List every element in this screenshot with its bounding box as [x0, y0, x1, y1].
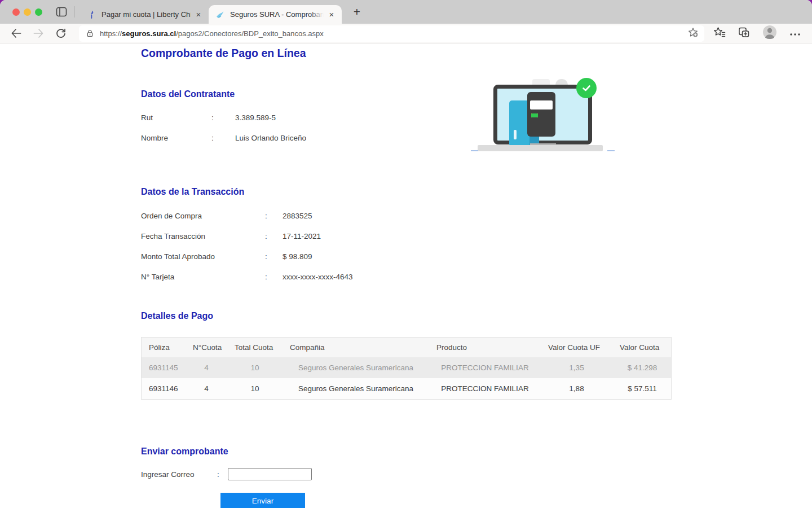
- close-tab-icon[interactable]: ×: [193, 9, 204, 20]
- email-label: Ingresar Correo: [141, 470, 217, 479]
- kv-row-rut: Rut : 3.389.589-5: [141, 113, 276, 122]
- column-header-poliza: Póliza: [142, 343, 186, 352]
- tab-actions-icon: [56, 7, 67, 17]
- collections-button[interactable]: [738, 27, 750, 40]
- tab-title: Seguros SURA - Comprobante: [230, 10, 324, 19]
- table-cell: 1,88: [541, 384, 612, 393]
- close-tab-icon[interactable]: ×: [326, 9, 337, 20]
- table-cell: 1,35: [541, 364, 612, 372]
- reload-icon: [55, 28, 67, 39]
- table-cell: PROTECCION FAMILIAR: [429, 384, 541, 393]
- table-row: 6931145 4 10 Seguros Generales Surameric…: [142, 357, 671, 378]
- table-cell: $ 41.298: [612, 364, 672, 372]
- kv-label: Nombre: [141, 134, 211, 142]
- column-header-valorcuotauf: Valor Cuota UF: [541, 343, 612, 352]
- window-controls: [0, 8, 42, 16]
- laptop-base: [478, 145, 603, 151]
- kv-colon: :: [265, 252, 283, 261]
- kv-value: Luis Orlando Briceño: [235, 134, 306, 142]
- table-cell: 4: [186, 364, 227, 372]
- table-cell: Seguros Generales Suramericana: [283, 364, 429, 372]
- table-cell: PROTECCION FAMILIAR: [429, 364, 541, 372]
- section-heading-detalles: Detalles de Pago: [141, 311, 213, 321]
- kv-colon: :: [265, 232, 283, 240]
- kv-row-tarjeta: N° Tarjeta : xxxx-xxxx-xxxx-4643: [141, 273, 353, 281]
- send-button[interactable]: Enviar: [220, 493, 305, 508]
- add-favorite-button[interactable]: [687, 27, 699, 40]
- decor-dash-left: [471, 150, 478, 151]
- site-info-lock-icon[interactable]: [86, 29, 94, 38]
- kv-row-orden: Orden de Compra : 2883525: [141, 212, 312, 220]
- page-title: Comprobante de Pago en Línea: [141, 47, 306, 60]
- kv-row-nombre: Nombre : Luis Orlando Briceño: [141, 134, 306, 142]
- decor-dash-right: [607, 150, 615, 151]
- back-arrow-icon: [10, 28, 22, 39]
- kv-colon: :: [217, 470, 228, 479]
- table-cell: 6931146: [142, 384, 186, 393]
- column-header-totalcuota: Total Cuota: [227, 343, 283, 352]
- kv-value: $ 98.809: [283, 252, 312, 261]
- table-cell: Seguros Generales Suramericana: [283, 384, 429, 393]
- kv-value: 17-11-2021: [283, 232, 321, 240]
- favorites-star-icon: [713, 27, 726, 38]
- page-content: Comprobante de Pago en Línea: [0, 43, 812, 508]
- tab-title: Pagar mi cuota | Liberty Chile: [102, 10, 191, 19]
- payment-details-table: Póliza N°Cuota Total Cuota Compañia Prod…: [141, 337, 672, 400]
- url-bar[interactable]: https://seguros.sura.cl/pagos2/Conectore…: [79, 25, 704, 42]
- settings-menu-button[interactable]: [789, 28, 801, 38]
- browser-window: Pagar mi cuota | Liberty Chile × Seguros…: [0, 0, 812, 508]
- kv-colon: :: [211, 113, 235, 122]
- kv-value: 2883525: [283, 212, 312, 220]
- back-button[interactable]: [9, 27, 23, 40]
- kv-row-monto: Monto Total Aprobado : $ 98.809: [141, 252, 312, 261]
- forward-button[interactable]: [32, 27, 45, 40]
- tab-sura-active[interactable]: Seguros SURA - Comprobante ×: [209, 5, 342, 24]
- kv-label: N° Tarjeta: [141, 273, 265, 281]
- favorites-button[interactable]: [713, 27, 726, 40]
- tab-title-fade: [309, 10, 324, 19]
- table-cell: 4: [186, 384, 227, 393]
- column-header-valorcuota: Valor Cuota: [612, 343, 672, 352]
- column-header-producto: Producto: [429, 343, 541, 352]
- kv-row-fecha: Fecha Transacción : 17-11-2021: [141, 232, 321, 240]
- collections-icon: [738, 27, 750, 38]
- column-header-compania: Compañia: [283, 343, 429, 352]
- kv-colon: :: [265, 212, 283, 220]
- kv-colon: :: [265, 273, 283, 281]
- tab-actions-menu-button[interactable]: [56, 7, 67, 17]
- navigation-bar: https://seguros.sura.cl/pagos2/Conectore…: [0, 24, 812, 43]
- kv-value: xxxx-xxxx-xxxx-4643: [283, 273, 353, 281]
- forward-arrow-icon: [33, 28, 45, 39]
- section-heading-contratante: Datos del Contratante: [141, 89, 235, 99]
- close-window-button[interactable]: [12, 8, 20, 16]
- credit-card-chip: [514, 130, 517, 139]
- column-header-ncuota: N°Cuota: [186, 343, 227, 352]
- liberty-favicon-icon: [87, 10, 96, 19]
- minimize-window-button[interactable]: [24, 8, 31, 16]
- profile-button[interactable]: [762, 25, 777, 42]
- section-heading-transaccion: Datos de la Transacción: [141, 187, 244, 197]
- kv-label: Rut: [141, 113, 211, 122]
- zoom-window-button[interactable]: [35, 8, 42, 16]
- table-header-row: Póliza N°Cuota Total Cuota Compañia Prod…: [142, 338, 671, 357]
- kv-value: 3.389.589-5: [235, 113, 276, 122]
- kv-label: Monto Total Aprobado: [141, 252, 265, 261]
- payment-success-illustration: [471, 72, 615, 155]
- success-check-icon: [576, 78, 597, 98]
- table-cell: 10: [227, 384, 283, 393]
- star-plus-icon: [687, 27, 699, 38]
- tab-separator: [74, 6, 74, 17]
- avatar-icon: [762, 25, 777, 40]
- reload-button[interactable]: [54, 27, 68, 40]
- new-tab-button[interactable]: +: [350, 5, 364, 19]
- pos-screen: [530, 100, 553, 110]
- email-input[interactable]: [228, 468, 312, 480]
- toolbar-right: [713, 25, 803, 42]
- table-cell: $ 57.511: [612, 384, 672, 393]
- tab-bar: Pagar mi cuota | Liberty Chile × Seguros…: [0, 0, 812, 24]
- kv-label: Orden de Compra: [141, 212, 265, 220]
- url-text: https://seguros.sura.cl/pagos2/Conectore…: [100, 29, 324, 38]
- tab-liberty[interactable]: Pagar mi cuota | Liberty Chile ×: [80, 5, 209, 24]
- kv-label: Fecha Transacción: [141, 232, 265, 240]
- sura-favicon-icon: [215, 10, 224, 19]
